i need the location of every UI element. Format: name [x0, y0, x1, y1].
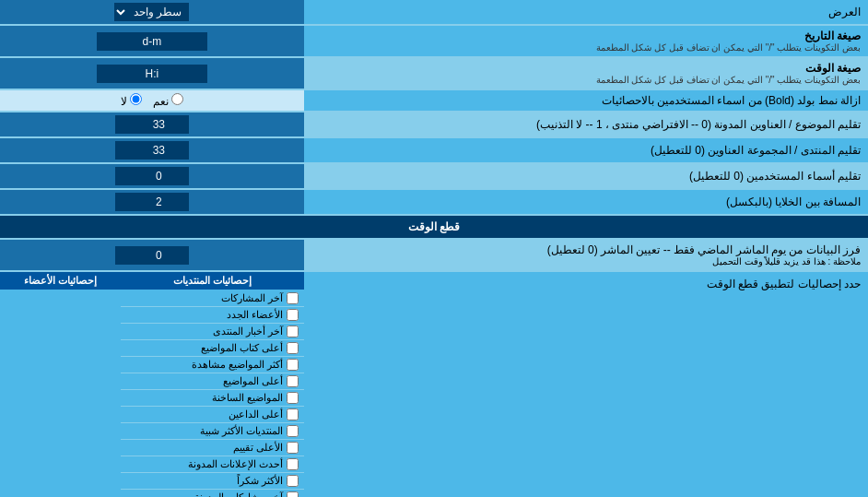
user-trim-row: تقليم أسماء المستخدمين (0 للتعطيل): [0, 164, 868, 188]
stats-item-row-0: آخر المشاركات الأعضاء الجدد: [0, 290, 304, 325]
stats-col2-checkbox-3[interactable]: [287, 408, 299, 420]
stats-item-row-3: المواضيع الساخنة أعلى الداعين: [0, 390, 304, 423]
stats-col2-item-5[interactable]: الأكثر شكراً: [121, 473, 304, 490]
stats-col2-checkbox-4[interactable]: [287, 442, 299, 454]
cutoff-row: فرز البيانات من يوم الماشر الماضي فقط --…: [0, 240, 868, 270]
topics-trim-input[interactable]: [115, 115, 189, 134]
time-format-row: صيغة الوقت بعض التكوينات يتطلب "/" التي …: [0, 58, 868, 89]
stats-col2-item-4[interactable]: الأعلى تقييم: [121, 440, 304, 456]
bold-remove-input-cell[interactable]: نعم لا: [0, 90, 304, 111]
radio-no[interactable]: [130, 93, 142, 105]
stats-col1-item-2[interactable]: أكثر المواضيع مشاهدة: [121, 357, 304, 373]
stats-item-row-1: آخر أخبار المنتدى أعلى كتاب المواضيع: [0, 324, 304, 357]
stats-col1-checkbox-0[interactable]: [287, 292, 299, 304]
topics-trim-label: تقليم الموضوع / العناوين المدونة (0 -- ا…: [304, 112, 868, 136]
forum-trim-input[interactable]: [115, 141, 189, 160]
time-format-input-cell[interactable]: [0, 58, 304, 89]
bold-remove-row: ازالة نمط بولد (Bold) من اسماء المستخدمي…: [0, 90, 868, 111]
date-format-input[interactable]: [97, 32, 207, 51]
stats-col1-item-5[interactable]: أحدث الإعلانات المدونة: [121, 456, 304, 473]
display-label: العرض: [304, 0, 868, 24]
bold-remove-label: ازالة نمط بولد (Bold) من اسماء المستخدمي…: [304, 90, 868, 111]
stats-col1-checkbox-6[interactable]: [287, 491, 299, 497]
stats-col1-checkbox-5[interactable]: [287, 458, 299, 470]
stats-col1-checkbox-1[interactable]: [287, 325, 299, 337]
user-trim-label: تقليم أسماء المستخدمين (0 للتعطيل): [304, 164, 868, 188]
time-format-input[interactable]: [97, 65, 207, 83]
stats-item-row-6: آخر مشاركات المدونة أعلى المخالفين: [0, 490, 304, 497]
stats-col1-header: إحصائيات المنتديات: [121, 272, 304, 290]
cutoff-input-cell[interactable]: [0, 240, 304, 270]
stats-col2-item-1[interactable]: أعلى كتاب المواضيع: [121, 340, 304, 357]
stats-col2-header: إحصائيات الأعضاء: [0, 272, 121, 290]
stats-col1-item-3[interactable]: المواضيع الساخنة: [121, 390, 304, 407]
user-trim-input[interactable]: [115, 167, 189, 185]
stats-item-row-5: أحدث الإعلانات المدونة الأكثر شكراً: [0, 456, 304, 490]
single-line-select[interactable]: سطر واحد سطرين ثلاثة أسطر: [114, 3, 189, 21]
stats-col1-item-4[interactable]: المنتديات الأكثر شبية: [121, 423, 304, 440]
cell-spacing-row: المسافة بين الخلايا (بالبكسل): [0, 190, 868, 214]
stats-col1-item-6[interactable]: آخر مشاركات المدونة: [121, 490, 304, 497]
cell-spacing-input-cell[interactable]: [0, 190, 304, 214]
topics-trim-row: تقليم الموضوع / العناوين المدونة (0 -- ا…: [0, 112, 868, 136]
cutoff-header-row: قطع الوقت: [0, 216, 868, 238]
cell-spacing-input[interactable]: [115, 193, 189, 211]
stats-col2-item-2[interactable]: أعلى المواضيع: [121, 373, 304, 390]
stats-apply-row: حدد إحصاليات لتطبيق قطع الوقت إحصائيات ا…: [0, 272, 868, 497]
stats-table: إحصائيات المنتديات إحصائيات الأعضاء آخر …: [0, 272, 304, 497]
single-line-cell[interactable]: سطر واحد سطرين ثلاثة أسطر: [0, 0, 304, 24]
stats-columns-cell: إحصائيات المنتديات إحصائيات الأعضاء آخر …: [0, 272, 304, 497]
stats-apply-label: حدد إحصاليات لتطبيق قطع الوقت: [304, 272, 868, 497]
cutoff-section-title: قطع الوقت: [0, 216, 868, 238]
date-format-input-cell[interactable]: [0, 26, 304, 56]
stats-headers-row: إحصائيات المنتديات إحصائيات الأعضاء: [0, 272, 304, 290]
stats-col1-item-0[interactable]: آخر المشاركات: [121, 290, 304, 307]
user-trim-input-cell[interactable]: [0, 164, 304, 188]
stats-col1-checkbox-3[interactable]: [287, 392, 299, 404]
forum-trim-row: تقليم المنتدى / المجموعة العناوين (0 للت…: [0, 138, 868, 162]
forum-trim-label: تقليم المنتدى / المجموعة العناوين (0 للت…: [304, 138, 868, 162]
stats-col2-checkbox-5[interactable]: [287, 475, 299, 487]
stats-item-row-4: المنتديات الأكثر شبية الأعلى تقييم: [0, 423, 304, 456]
radio-no-label[interactable]: لا: [121, 95, 142, 108]
cell-spacing-label: المسافة بين الخلايا (بالبكسل): [304, 190, 868, 214]
stats-col2-item-3[interactable]: أعلى الداعين: [121, 407, 304, 423]
radio-yes-label[interactable]: نعم: [149, 95, 183, 108]
stats-item-row-2: أكثر المواضيع مشاهدة أعلى المواضيع: [0, 357, 304, 390]
time-format-label: صيغة الوقت بعض التكوينات يتطلب "/" التي …: [304, 58, 868, 89]
stats-col2-checkbox-0[interactable]: [287, 309, 299, 321]
stats-col2-checkbox-1[interactable]: [287, 342, 299, 354]
stats-col1-item-1[interactable]: آخر أخبار المنتدى: [121, 324, 304, 340]
cutoff-label: فرز البيانات من يوم الماشر الماضي فقط --…: [304, 240, 868, 270]
stats-col2-checkbox-2[interactable]: [287, 375, 299, 387]
display-header-row: العرض سطر واحد سطرين ثلاثة أسطر: [0, 0, 868, 24]
radio-yes[interactable]: [171, 93, 183, 105]
stats-col1-checkbox-2[interactable]: [287, 359, 299, 371]
topics-trim-input-cell[interactable]: [0, 112, 304, 136]
cutoff-input[interactable]: [115, 246, 189, 265]
date-format-label: صيغة التاريخ بعض التكوينات يتطلب "/" الت…: [304, 26, 868, 56]
forum-trim-input-cell[interactable]: [0, 138, 304, 162]
date-format-row: صيغة التاريخ بعض التكوينات يتطلب "/" الت…: [0, 26, 868, 56]
stats-col1-checkbox-4[interactable]: [287, 425, 299, 437]
stats-col2-item-0[interactable]: الأعضاء الجدد: [121, 307, 304, 324]
